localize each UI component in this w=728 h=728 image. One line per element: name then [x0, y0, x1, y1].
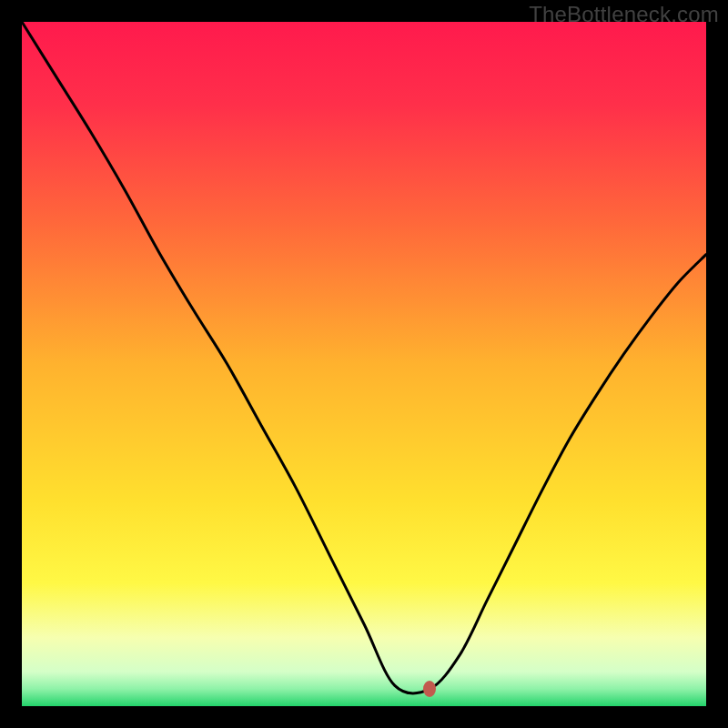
bottleneck-chart: [22, 22, 706, 706]
bottleneck-marker: [423, 681, 436, 697]
chart-frame: TheBottleneck.com: [0, 0, 728, 728]
gradient-background: [22, 22, 706, 706]
watermark-text: TheBottleneck.com: [529, 2, 719, 27]
plot-area: [22, 22, 706, 706]
